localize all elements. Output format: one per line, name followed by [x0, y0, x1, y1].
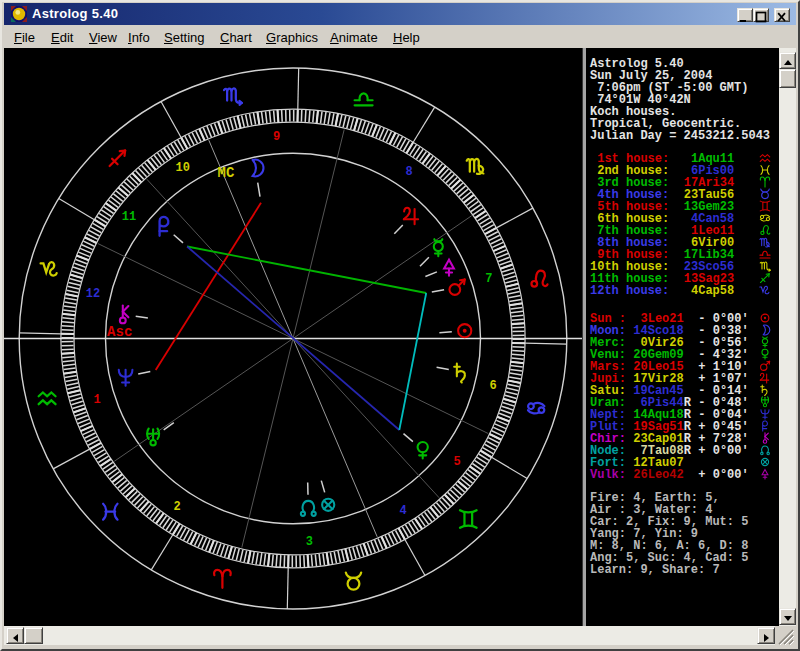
svg-text:8: 8 — [405, 165, 412, 179]
svg-text:1: 1 — [93, 393, 100, 407]
svg-text:10: 10 — [176, 161, 190, 175]
svg-text:11: 11 — [122, 210, 136, 224]
svg-text:Asc: Asc — [107, 324, 132, 340]
svg-text:4: 4 — [400, 504, 407, 518]
svg-text:9: 9 — [273, 130, 280, 144]
svg-text:MC: MC — [218, 165, 235, 181]
svg-text:6: 6 — [489, 379, 496, 393]
svg-text:7: 7 — [485, 272, 492, 286]
svg-text:2: 2 — [173, 500, 180, 514]
svg-text:3: 3 — [306, 535, 313, 549]
svg-text:12: 12 — [86, 287, 100, 301]
svg-text:5: 5 — [453, 455, 460, 469]
